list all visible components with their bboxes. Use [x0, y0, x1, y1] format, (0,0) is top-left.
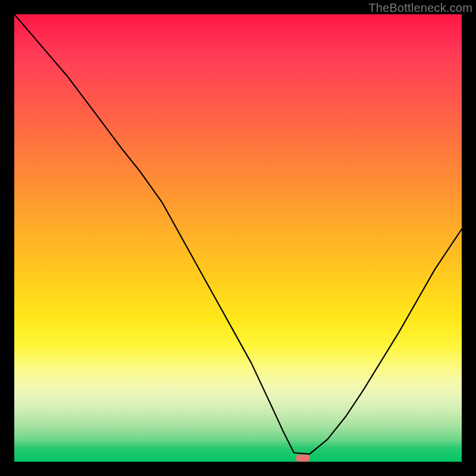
chart-frame: TheBottleneck.com [0, 0, 476, 476]
bottleneck-curve [14, 14, 462, 462]
plot-area [14, 14, 462, 462]
watermark-text: TheBottleneck.com [368, 1, 472, 15]
optimal-marker [296, 455, 310, 462]
